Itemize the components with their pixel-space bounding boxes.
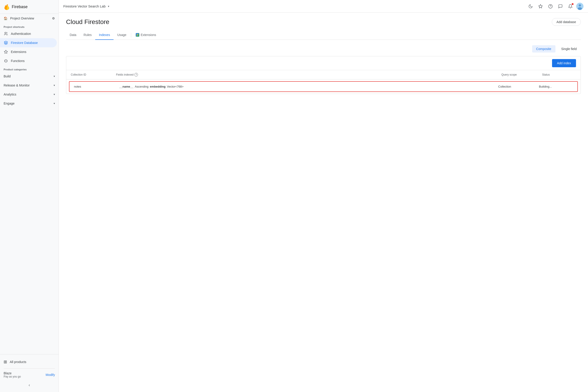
release-monitor-chevron-icon: ▾ [54, 84, 55, 87]
release-monitor-category[interactable]: Release & Monitor ▾ [0, 81, 58, 90]
firebase-logo[interactable]: Firebase [3, 4, 27, 10]
notification-badge [572, 3, 574, 5]
collapse-sidebar-button[interactable]: ‹ [3, 381, 55, 389]
plan-name: Blaze [3, 372, 21, 375]
firebase-flame-icon [3, 4, 10, 10]
firestore-label: Firestore Database [11, 41, 38, 44]
engage-chevron-icon: ▾ [54, 102, 55, 105]
main-content: Firestore Vector Search Lab ▾ [59, 0, 588, 392]
field-vector: Vector<768> [167, 85, 184, 88]
functions-label: Functions [11, 59, 25, 63]
page-header: Cloud Firestore Add database [66, 18, 581, 26]
tab-extensions[interactable]: ⚡ Extensions [132, 30, 160, 40]
field-embedding-bold: embedding [150, 85, 166, 88]
svg-point-10 [579, 4, 581, 6]
cell-fields: __name__ Ascending embedding Vector<768> [119, 85, 498, 88]
tab-divider [131, 33, 131, 37]
index-controls: Composite Single field [66, 45, 581, 52]
composite-button[interactable]: Composite [532, 45, 556, 52]
table-header-actions: Add index [66, 56, 581, 70]
all-products-item[interactable]: ⊞ All products [3, 357, 55, 367]
analytics-category[interactable]: Analytics ▾ [0, 90, 58, 99]
sidebar-item-extensions[interactable]: Extensions [0, 47, 57, 56]
svg-marker-1 [4, 50, 8, 54]
topbar-right [527, 2, 584, 10]
page-content: Cloud Firestore Add database Data Rules … [59, 13, 588, 392]
firestore-icon [3, 40, 8, 45]
sidebar-item-firestore[interactable]: Firestore Database [0, 38, 57, 47]
svg-point-11 [578, 7, 582, 10]
analytics-chevron-icon: ▾ [54, 93, 55, 96]
build-label: Build [3, 74, 11, 78]
plan-info: Blaze Pay as you go [3, 372, 21, 378]
project-overview-item[interactable]: 🏠 Project Overview ⚙ [0, 14, 58, 23]
release-monitor-label: Release & Monitor [3, 84, 30, 87]
project-shortcuts-label: Project shortcuts [0, 23, 58, 29]
analytics-label: Analytics [3, 92, 16, 96]
sparkle-button[interactable] [537, 2, 545, 10]
dark-mode-button[interactable] [527, 2, 535, 10]
svg-marker-6 [539, 4, 543, 8]
user-avatar[interactable] [576, 3, 584, 10]
main-tabs: Data Rules Indexes Usage ⚡ Extensions [66, 30, 581, 40]
single-field-button[interactable]: Single field [557, 45, 581, 52]
engage-category[interactable]: Engage ▾ [0, 99, 58, 108]
tab-rules[interactable]: Rules [80, 30, 95, 40]
build-category[interactable]: Build ▾ [0, 72, 58, 81]
fields-info-icon[interactable]: ? [134, 73, 138, 76]
cell-status: Building... [539, 85, 573, 88]
chat-button[interactable] [556, 2, 565, 10]
authentication-icon [3, 32, 8, 36]
tab-data[interactable]: Data [66, 30, 80, 40]
field-ascending: Ascending [135, 85, 149, 88]
svg-point-0 [5, 32, 6, 34]
table-columns: Collection ID Fields indexed ? Query sco… [66, 70, 581, 80]
project-name: Firestore Vector Search Lab [63, 4, 106, 8]
engage-label: Engage [3, 102, 14, 105]
home-icon: 🏠 [3, 16, 7, 20]
plan-sub: Pay as you go [3, 375, 21, 378]
col-fields-indexed: Fields indexed ? [116, 73, 501, 76]
cell-query-scope: Collection [498, 85, 539, 88]
avatar-image [576, 3, 584, 10]
field-name-bold: __name__ [119, 85, 133, 88]
cell-collection-id: notes [74, 85, 119, 88]
functions-icon [3, 58, 8, 63]
sidebar-header: Firebase [0, 0, 58, 14]
col-status: Status [542, 73, 576, 76]
project-dropdown-button[interactable]: ▾ [108, 5, 109, 8]
table-row[interactable]: notes __name__ Ascending embedding Vecto… [69, 81, 578, 92]
svg-point-2 [6, 61, 6, 61]
all-products-icon: ⊞ [3, 360, 7, 364]
brand-name: Firebase [12, 4, 27, 9]
extensions-tab-icon: ⚡ [136, 33, 139, 37]
extensions-icon [3, 50, 8, 54]
collapse-icon: ‹ [29, 383, 30, 388]
sidebar-item-functions[interactable]: Functions [0, 56, 57, 66]
sidebar-footer: ⊞ All products Blaze Pay as you go Modif… [0, 354, 58, 392]
sidebar-item-authentication[interactable]: Authentication [0, 29, 57, 38]
settings-icon[interactable]: ⚙ [52, 16, 55, 20]
tab-usage[interactable]: Usage [114, 30, 130, 40]
col-query-scope: Query scope [501, 73, 542, 76]
sidebar: Firebase 🏠 Project Overview ⚙ Project sh… [0, 0, 59, 392]
col-collection-id: Collection ID [71, 73, 116, 76]
product-categories-label: Product categories [0, 66, 58, 72]
build-chevron-icon: ▾ [54, 75, 55, 78]
topbar-left: Firestore Vector Search Lab ▾ [63, 4, 109, 8]
page-title: Cloud Firestore [66, 18, 109, 26]
help-button[interactable] [546, 2, 555, 10]
extensions-label: Extensions [11, 50, 26, 54]
add-index-button[interactable]: Add index [552, 59, 576, 67]
add-database-button[interactable]: Add database [552, 18, 581, 26]
plan-section: Blaze Pay as you go Modify [3, 368, 55, 381]
authentication-label: Authentication [11, 32, 31, 36]
notifications-button[interactable] [566, 2, 575, 10]
all-products-label: All products [10, 360, 26, 364]
topbar: Firestore Vector Search Lab ▾ [59, 0, 588, 13]
modify-plan-button[interactable]: Modify [46, 373, 55, 376]
tab-indexes[interactable]: Indexes [95, 30, 114, 40]
project-overview-label: Project Overview [10, 16, 34, 20]
index-table: Add index Collection ID Fields indexed ?… [66, 56, 581, 94]
